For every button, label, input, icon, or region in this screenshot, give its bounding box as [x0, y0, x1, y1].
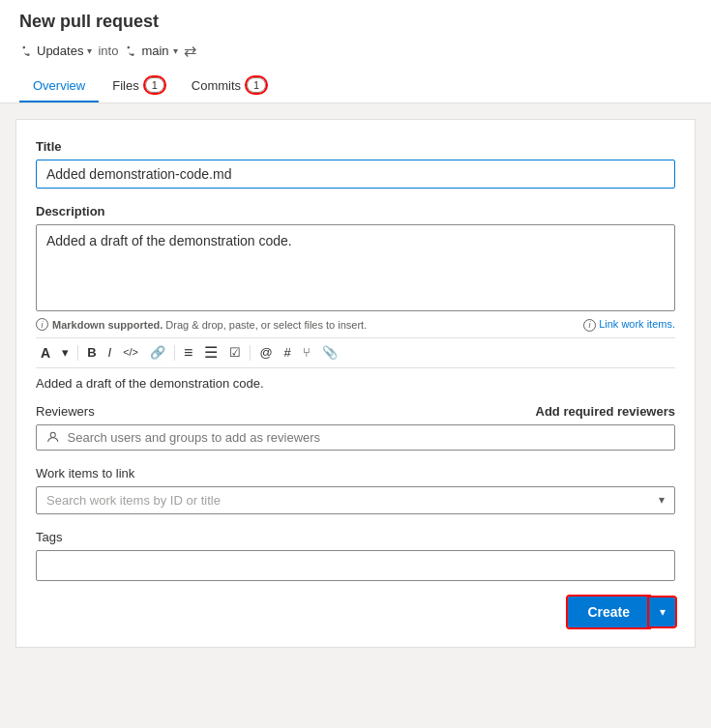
toolbar-sep-2: [174, 345, 175, 361]
toolbar-attachment-btn[interactable]: 📎: [317, 343, 342, 362]
toolbar-bold-btn[interactable]: B: [82, 343, 101, 362]
reviewers-search-input[interactable]: [68, 430, 665, 445]
toolbar-code-btn[interactable]: </>: [118, 344, 143, 361]
work-items-label: Work items to link: [36, 466, 675, 480]
page-header: New pull request Updates ▾ into main ▾ ⇄…: [0, 0, 711, 103]
create-dropdown-chevron-icon: ▾: [660, 605, 666, 619]
tab-overview[interactable]: Overview: [19, 70, 99, 102]
tab-commits[interactable]: Commits 1: [178, 70, 280, 102]
tags-label: Tags: [36, 530, 675, 544]
create-dropdown-button[interactable]: ▾: [649, 597, 675, 626]
tab-commits-label: Commits: [192, 78, 241, 93]
toolbar: A ▾ B I </> 🔗 ≡ ☰ ☑ @ # ⑂ 📎: [36, 337, 675, 368]
main-content: Title Description Added a draft of the d…: [15, 119, 696, 648]
reviewers-person-icon: [46, 430, 60, 444]
toolbar-pullrequest-btn[interactable]: ⑂: [298, 343, 315, 362]
toolbar-heading-btn[interactable]: A: [36, 343, 55, 363]
toolbar-more-btn[interactable]: ▾: [57, 343, 74, 362]
toolbar-unordered-list-btn[interactable]: ☰: [199, 342, 222, 364]
svg-point-0: [50, 432, 55, 437]
toolbar-hash-btn[interactable]: #: [280, 343, 296, 362]
reviewers-label: Reviewers: [36, 404, 95, 419]
toolbar-task-list-btn[interactable]: ☑: [224, 343, 246, 362]
toolbar-mention-btn[interactable]: @: [254, 343, 277, 362]
target-branch-chevron: ▾: [173, 45, 178, 56]
tab-files-label: Files: [112, 78, 138, 93]
link-work-items-icon: i: [583, 319, 596, 332]
tabs-row: Overview Files 1 Commits 1: [19, 70, 692, 102]
preview-text: Added a draft of the demonstration code.: [36, 376, 675, 391]
branch-row: Updates ▾ into main ▾ ⇄: [19, 42, 692, 60]
page-title: New pull request: [19, 12, 692, 32]
description-textarea[interactable]: Added a draft of the demonstration code.: [36, 224, 675, 311]
link-work-items-link[interactable]: Link work items.: [599, 318, 675, 330]
swap-branches-icon[interactable]: ⇄: [184, 42, 196, 60]
tags-input[interactable]: [36, 550, 675, 581]
tab-overview-label: Overview: [33, 78, 85, 93]
create-button[interactable]: Create: [568, 597, 649, 627]
source-branch-button[interactable]: Updates ▾: [19, 44, 92, 58]
branch-icon-target: [124, 44, 137, 58]
branch-icon: [19, 44, 33, 58]
title-label: Title: [36, 139, 675, 154]
description-label: Description: [36, 204, 675, 218]
toolbar-italic-btn[interactable]: I: [104, 343, 117, 362]
work-items-placeholder: Search work items by ID or title: [46, 493, 221, 508]
target-branch-button[interactable]: main ▾: [124, 44, 177, 58]
work-items-chevron-icon: ▾: [659, 493, 665, 507]
tab-files[interactable]: Files 1: [99, 70, 178, 102]
title-input[interactable]: [36, 160, 675, 189]
work-items-dropdown[interactable]: Search work items by ID or title ▾: [36, 486, 675, 514]
files-badge: 1: [145, 77, 164, 93]
add-required-reviewers-button[interactable]: Add required reviewers: [536, 404, 676, 419]
footer-row: Create ▾: [36, 597, 675, 627]
reviewers-search-wrap[interactable]: [36, 424, 675, 451]
markdown-hint-text: Markdown supported. Drag & drop, paste, …: [52, 319, 367, 331]
markdown-hint-row: i Markdown supported. Drag & drop, paste…: [36, 318, 675, 332]
commits-badge: 1: [247, 77, 266, 93]
toolbar-sep-1: [77, 345, 78, 361]
markdown-info-icon: i: [36, 318, 48, 331]
toolbar-sep-3: [250, 345, 251, 361]
source-branch-label: Updates: [37, 44, 83, 58]
toolbar-link-btn[interactable]: 🔗: [145, 343, 170, 362]
target-branch-label: main: [141, 44, 168, 58]
into-text: into: [98, 44, 118, 58]
source-branch-chevron: ▾: [87, 45, 92, 56]
reviewers-section-row: Reviewers Add required reviewers: [36, 404, 675, 419]
toolbar-ordered-list-btn[interactable]: ≡: [179, 342, 197, 364]
